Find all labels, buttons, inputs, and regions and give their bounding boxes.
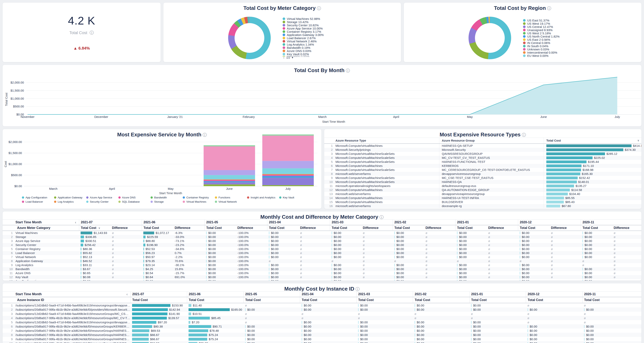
legend-item[interactable]: Virtual Machines 52.88% (282, 17, 324, 20)
table-row[interactable]: 1Microsoft.Compute/virtualMachinesHARNES… (324, 144, 642, 148)
col-total-cost[interactable]: Total Cost (413, 297, 469, 303)
total-cost-by-month-area-chart[interactable]: $0.00$500.00$1,000.00$1,500.00$2,000.00T… (2, 71, 642, 126)
table-row[interactable]: 4/subscriptions/20d6a917-99fa-4b1b-9b2e-… (2, 316, 642, 320)
table-row[interactable]: 10Bandwidth$3.67ø$4.2515.8%$0.00-100.0%$… (2, 267, 642, 271)
legend-item[interactable]: Container Registry (183, 195, 215, 200)
table-row[interactable]: 8Application Gateway$46.52ø$79.3570.6%$0… (2, 259, 642, 263)
table-row[interactable]: 12Microsoft.Compute/virtualMachinesQA-AU… (324, 188, 642, 192)
table-row[interactable]: 5Container Registry$80.36ø$52.53-34.6%$0… (2, 247, 642, 251)
legend-item[interactable]: Unknown 0.03% (523, 48, 560, 51)
col-resource-group[interactable]: Azure Resource Group (439, 138, 544, 143)
table-row[interactable]: 5Microsoft.Compute/virtualMachineScaleSe… (324, 160, 642, 164)
table-row[interactable]: 8microsoft.web/serverfarmsdevappservicer… (324, 172, 642, 176)
table-row[interactable]: 9Log Analytics$33.11ø$23.14-30.1%$0.00-1… (2, 263, 642, 267)
table-row[interactable]: 3Microsoft.Compute/virtualMachineScaleSe… (324, 152, 642, 156)
legend-item[interactable]: Log Analytics (54, 200, 86, 204)
legend-item[interactable]: Load Balancer (22, 200, 54, 204)
table-row[interactable]: 7Microsoft.Compute/virtualMachineScaleSe… (324, 168, 642, 172)
table-row[interactable]: 15Microsoft.Compute/virtualMachinesBUILD… (324, 200, 642, 204)
col-total-cost[interactable]: Total Cost ∨ (79, 225, 110, 231)
table-row[interactable]: 13microsoft.web/serverfarmsdevappservice… (324, 192, 642, 196)
col-total-cost[interactable]: Total Cost (582, 297, 639, 303)
table-row[interactable]: 16microsoft.web/serverfarmsdocexample-rg… (324, 204, 642, 208)
legend-item[interactable]: IN South 0.04% (523, 44, 560, 48)
legend-item[interactable]: US West 19.17% (523, 22, 560, 25)
col-difference[interactable]: Difference (110, 225, 142, 231)
table-row[interactable]: 7Virtual Network$52.13ø$50.97-2.2%$0.00-… (2, 255, 642, 259)
table-row[interactable]: 3Azure App Service$330.51ø$88.80-73.1%$0… (2, 239, 642, 243)
col-total-cost[interactable]: Total Cost (581, 225, 612, 231)
info-icon[interactable]: ⓘ (317, 6, 321, 11)
legend-item[interactable]: SQL Database (118, 200, 150, 204)
info-icon[interactable]: ⓘ (380, 215, 384, 220)
table-row[interactable]: 12Key Vault$0.08ø$0.64691.0%$0.00-100.0%… (2, 275, 642, 279)
col-difference[interactable]: Difference (298, 225, 330, 231)
legend-pager[interactable]: ▲ 1/2 ▼ (282, 56, 294, 59)
table-row[interactable]: 9Microsoft.Compute/virtualMachineScaleSe… (324, 176, 642, 180)
meter-category-donut[interactable] (228, 17, 271, 59)
info-icon[interactable]: ⓘ (356, 287, 360, 291)
col-total-cost[interactable]: Total Cost (204, 225, 236, 231)
legend-item[interactable]: Log Analytics 1.34% (282, 43, 324, 46)
table-row[interactable]: 13App Configuration$0.00ø$0.00ø$0.00ø$0.… (2, 279, 642, 281)
legend-item[interactable]: Bandwidth 0.19% (282, 46, 324, 49)
legend-item[interactable]: Virtual Network (215, 200, 247, 204)
col-total-cost[interactable]: Total Cost∨ (544, 138, 642, 143)
col-difference[interactable]: Difference (612, 225, 642, 231)
legend-item[interactable]: US Central 12.47% (523, 25, 560, 28)
table-row[interactable]: 1/subscriptions/12d2db62-5aa9-471d-84bb-… (2, 303, 642, 308)
col-total-cost[interactable]: Total Cost (330, 225, 361, 231)
col-total-cost[interactable]: Total Cost (526, 297, 582, 303)
region-donut[interactable] (468, 17, 511, 59)
col-total-cost[interactable]: Total Cost (356, 297, 413, 303)
legend-item[interactable]: Intercontinental 0.00% (523, 51, 560, 54)
table-row[interactable]: 4Security Center$256.42ø$196.90-23.2%$0.… (2, 243, 642, 247)
legend-item[interactable]: Application Gateway (54, 195, 86, 200)
legend-item[interactable]: Virtual Network 2.46% (282, 39, 324, 43)
legend-item[interactable]: Storage (150, 200, 183, 204)
table-row[interactable]: 11Azure DNS$0.65ø$0.54-15.7%$0.00-100.0%… (2, 271, 642, 275)
table-row[interactable]: 14Microsoft.Compute/virtualMachinesHARNE… (324, 196, 642, 200)
col-total-cost[interactable]: Total Cost (187, 297, 244, 303)
legend-item[interactable]: EU West 0.00% (523, 54, 560, 57)
col-total-cost[interactable]: Total Cost (392, 225, 424, 231)
legend-item[interactable]: Application Gateway 3.00% (282, 33, 324, 36)
legend-item[interactable]: Virtual Machines (183, 200, 215, 204)
col-total-cost[interactable]: Total Cost (455, 225, 486, 231)
legend-item[interactable]: Functions (215, 195, 247, 200)
col-difference[interactable]: Difference (486, 225, 518, 231)
table-row[interactable]: 6Load Balancer$55.82ø$56.230.7%$0.00-100… (2, 251, 642, 255)
legend-item[interactable]: Bandwidth (150, 195, 183, 200)
table-row[interactable]: 6Microsoft.Compute/virtualMachinesKERBER… (324, 164, 642, 168)
legend-item[interactable]: Load Balancer 2.67% (282, 36, 324, 39)
table-row[interactable]: 2Microsoft.Security/pricingsMicrosoft.Se… (324, 148, 642, 152)
col-difference[interactable]: Difference (424, 225, 455, 231)
legend-item[interactable]: Storage 13.42% (282, 20, 324, 23)
legend-item[interactable]: Azure DNS (118, 195, 150, 200)
table-row[interactable]: 2Storage$336.85ø$225.59-33.0%$0.00-100.0… (2, 235, 642, 239)
legend-item[interactable]: US West 2 5.18% (523, 31, 560, 35)
table-row[interactable]: 10Microsoft.Compute/virtualMachineScaleS… (324, 180, 642, 184)
legend-item[interactable]: Azure App Service (86, 195, 118, 200)
table-row[interactable]: 8/subscriptions/20d6a917-99fa-4b1b-9b2e-… (2, 333, 642, 337)
legend-item[interactable]: US East 2 0.94% (523, 38, 560, 41)
col-difference[interactable]: Difference (173, 225, 204, 231)
table-row[interactable]: 5/subscriptions/12d2db62-5aa9-471d-84bb-… (2, 320, 642, 324)
service-by-month-stacked-chart[interactable]: $0.00$500.00$1,000.00$1,500.00$2,000.00C… (2, 134, 320, 195)
table-row[interactable]: 9/subscriptions/20d6a917-99fa-4b1b-9b2e-… (2, 337, 642, 341)
table-row[interactable]: 6/subscriptions/20d6a917-99fa-4b1b-9b2e-… (2, 324, 642, 329)
col-total-cost[interactable]: Total Cost (142, 225, 173, 231)
col-total-cost[interactable]: Total Cost (300, 297, 356, 303)
col-total-cost[interactable]: Total Cost (244, 297, 300, 303)
info-icon[interactable]: ⓘ (547, 6, 551, 11)
legend-item[interactable]: App Configuration (22, 195, 54, 200)
table-row[interactable]: 11microsoft.operationalinsights/workspac… (324, 184, 642, 188)
col-difference[interactable]: Difference (361, 225, 392, 231)
info-icon[interactable]: ⓘ (522, 133, 526, 137)
legend-item[interactable]: Container Registry 3.17% (282, 30, 324, 33)
table-row[interactable]: 1Virtual Machines$1,143.93ø$1,072.17-6.3… (2, 231, 642, 235)
col-difference[interactable]: Difference (236, 225, 267, 231)
col-total-cost[interactable]: Total Cost (130, 297, 187, 303)
col-total-cost[interactable]: Total Cost (518, 225, 549, 231)
table-row[interactable]: 10/subscriptions/20d6a917-99fa-4b1b-9b2e… (2, 341, 642, 343)
